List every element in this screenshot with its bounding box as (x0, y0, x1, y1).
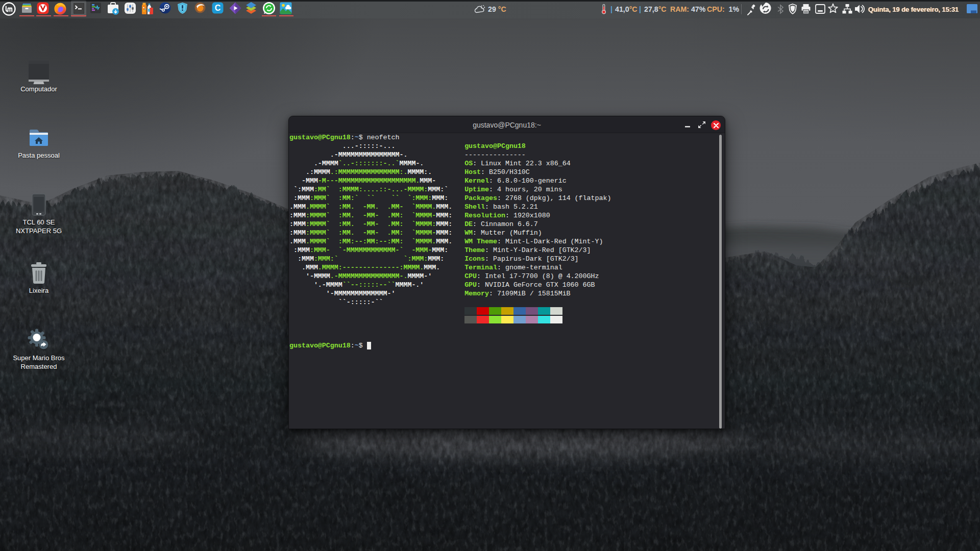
svg-text:C: C (215, 4, 221, 12)
